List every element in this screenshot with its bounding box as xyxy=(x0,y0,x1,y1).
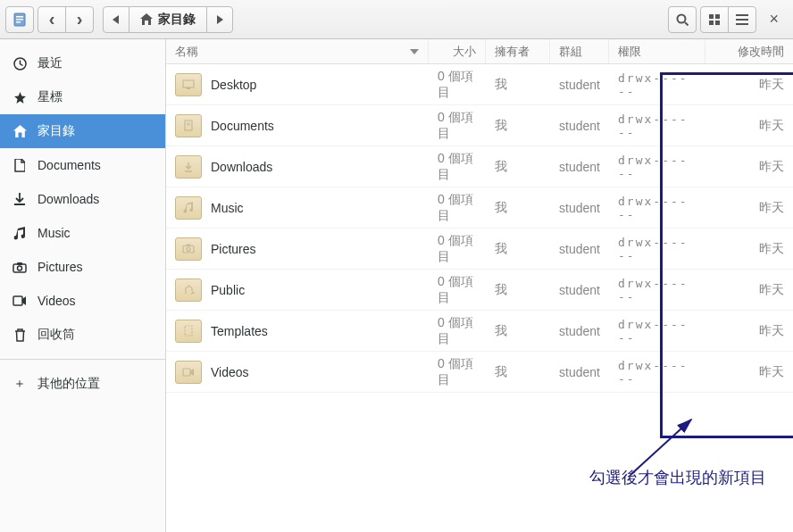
star-icon xyxy=(13,91,27,104)
view-grid-button[interactable] xyxy=(700,6,729,33)
view-menu-button[interactable] xyxy=(728,6,756,33)
cell-permissions: drwx------ xyxy=(609,352,705,392)
cell-permissions: drwx------ xyxy=(609,270,705,310)
sidebar-item-home[interactable]: 家目錄 xyxy=(0,114,165,148)
sidebar-item-clock[interactable]: 最近 xyxy=(0,46,165,80)
folder-icon xyxy=(175,73,202,96)
cell-modified: 昨天 xyxy=(705,64,793,104)
file-list-pane: 名稱 大小 擁有者 群組 權限 修改時間 Desktop0 個項目我studen… xyxy=(166,39,793,532)
home-icon xyxy=(140,13,153,25)
app-menu-button[interactable] xyxy=(5,6,34,33)
table-row[interactable]: Videos0 個項目我studentdrwx------昨天 xyxy=(166,352,793,393)
cell-group: student xyxy=(550,311,609,351)
folder-icon xyxy=(175,278,202,302)
grid-icon xyxy=(708,13,721,26)
table-row[interactable]: Downloads0 個項目我studentdrwx------昨天 xyxy=(166,146,793,187)
column-header-owner[interactable]: 擁有者 xyxy=(486,39,550,63)
path-label: 家目錄 xyxy=(158,12,196,28)
svg-point-21 xyxy=(187,247,190,251)
cell-group: student xyxy=(550,352,609,392)
cell-modified: 昨天 xyxy=(705,146,793,187)
column-header-permissions[interactable]: 權限 xyxy=(609,39,705,63)
svg-rect-23 xyxy=(185,326,192,336)
down-icon xyxy=(13,193,27,206)
cell-modified: 昨天 xyxy=(705,229,793,269)
sort-indicator-icon xyxy=(410,49,419,54)
cell-group: student xyxy=(550,270,609,310)
cell-size: 0 個項目 xyxy=(429,64,486,104)
cell-group: student xyxy=(550,105,609,145)
cell-name: Desktop xyxy=(166,64,429,104)
cell-name: Pictures xyxy=(166,229,429,269)
file-name: Documents xyxy=(211,119,274,133)
sidebar-item-label: 其他的位置 xyxy=(38,376,100,392)
file-name: Music xyxy=(211,201,244,215)
svg-rect-16 xyxy=(187,87,190,89)
triangle-left-icon xyxy=(113,15,120,24)
hamburger-icon xyxy=(736,14,748,25)
sidebar-item-label: 家目錄 xyxy=(38,123,75,139)
path-bar[interactable]: 家目錄 xyxy=(103,6,233,33)
sidebar-item-trash[interactable]: 回收筒 xyxy=(0,318,165,352)
sidebar-item-video[interactable]: Videos xyxy=(0,284,165,318)
cell-owner: 我 xyxy=(486,64,550,104)
cell-owner: 我 xyxy=(486,311,550,351)
cell-owner: 我 xyxy=(486,270,550,310)
forward-button[interactable] xyxy=(65,6,94,33)
cell-owner: 我 xyxy=(486,352,550,392)
video-icon xyxy=(13,295,27,306)
path-prev-button[interactable] xyxy=(103,6,129,33)
path-current[interactable]: 家目錄 xyxy=(129,6,207,33)
cell-permissions: drwx------ xyxy=(609,146,705,187)
cell-group: student xyxy=(550,146,609,187)
table-row[interactable]: Music0 個項目我studentdrwx------昨天 xyxy=(166,187,793,229)
sidebar-item-label: 回收筒 xyxy=(38,327,75,343)
svg-rect-14 xyxy=(13,296,22,305)
sidebar-item-down[interactable]: Downloads xyxy=(0,182,165,216)
back-button[interactable] xyxy=(38,6,66,33)
chevron-right-icon xyxy=(77,9,83,29)
search-button[interactable] xyxy=(668,6,697,33)
svg-point-12 xyxy=(18,266,22,270)
cell-permissions: drwx------ xyxy=(609,64,705,104)
camera-icon xyxy=(13,262,27,273)
table-row[interactable]: Desktop0 個項目我studentdrwx------昨天 xyxy=(166,64,793,105)
svg-rect-22 xyxy=(187,245,191,247)
sidebar: 最近星標家目錄DocumentsDownloadsMusicPicturesVi… xyxy=(0,39,166,532)
close-button[interactable]: × xyxy=(760,10,788,29)
column-header-name[interactable]: 名稱 xyxy=(166,39,429,63)
table-row[interactable]: Templates0 個項目我studentdrwx------昨天 xyxy=(166,311,793,352)
column-header-group[interactable]: 群組 xyxy=(550,39,609,63)
sidebar-item-doc[interactable]: Documents xyxy=(0,148,165,182)
table-row[interactable]: Pictures0 個項目我studentdrwx------昨天 xyxy=(166,229,793,270)
svg-rect-1 xyxy=(16,16,23,18)
sidebar-item-music[interactable]: Music xyxy=(0,216,165,250)
cell-modified: 昨天 xyxy=(705,311,793,351)
trash-icon xyxy=(13,328,27,342)
file-rows: Desktop0 個項目我studentdrwx------昨天Document… xyxy=(166,64,793,393)
svg-rect-15 xyxy=(183,80,194,87)
sidebar-item-label: Pictures xyxy=(38,260,83,274)
cell-permissions: drwx------ xyxy=(609,187,705,228)
column-header-size[interactable]: 大小 xyxy=(429,39,486,63)
cell-permissions: drwx------ xyxy=(609,105,705,145)
table-row[interactable]: Public0 個項目我studentdrwx------昨天 xyxy=(166,270,793,311)
music-icon xyxy=(13,227,27,240)
sidebar-item-camera[interactable]: Pictures xyxy=(0,250,165,284)
sidebar-item-label: Videos xyxy=(38,294,76,308)
cell-permissions: drwx------ xyxy=(609,311,705,351)
column-header-modified[interactable]: 修改時間 xyxy=(705,39,793,63)
chevron-left-icon xyxy=(49,9,55,29)
cell-owner: 我 xyxy=(486,229,550,269)
cell-name: Downloads xyxy=(166,146,429,187)
cell-name: Public xyxy=(166,270,429,310)
cell-size: 0 個項目 xyxy=(429,270,486,310)
cell-size: 0 個項目 xyxy=(429,352,486,392)
file-name: Videos xyxy=(211,365,249,379)
sidebar-item-star[interactable]: 星標 xyxy=(0,80,165,114)
path-next-button[interactable] xyxy=(206,6,233,33)
table-row[interactable]: Documents0 個項目我studentdrwx------昨天 xyxy=(166,105,793,146)
cell-group: student xyxy=(550,187,609,228)
cell-size: 0 個項目 xyxy=(429,105,486,145)
sidebar-item-other[interactable]: ＋ 其他的位置 xyxy=(0,367,165,401)
